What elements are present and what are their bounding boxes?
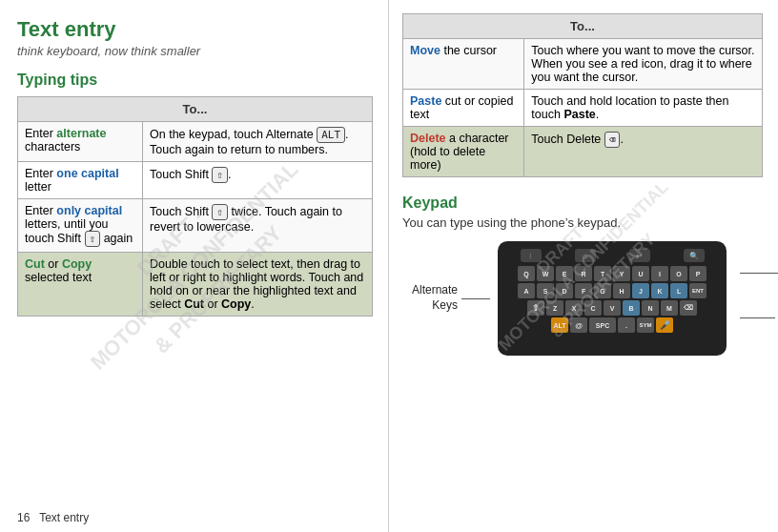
alternate-keys-line: [461, 298, 490, 299]
key-row-4: ALT @ SPC . SYM 🎤: [503, 317, 721, 333]
key-d: D: [556, 283, 573, 298]
desc-cell: Touch where you want to move the cursor.…: [524, 39, 763, 90]
key-shift: ⇧: [527, 300, 544, 316]
highlight-only-capital: only capital: [56, 204, 122, 217]
desc-cell: On the keypad, touch Alternate ALT. Touc…: [143, 122, 373, 162]
key-del: ⌫: [680, 300, 697, 316]
keypad-area: AlternateKeys ⁝ ⌂ ↩ 🔍 Q W: [412, 241, 763, 356]
action-cell: Paste cut or copied text: [403, 90, 524, 127]
key-a: A: [518, 283, 535, 298]
table-row: Enter one capital letter Touch Shift ⇧.: [18, 162, 373, 199]
table-row: Enter alternate characters On the keypad…: [18, 122, 373, 162]
desc-cell: Touch Shift ⇧ twice. Touch again to reve…: [143, 199, 373, 253]
key-o: O: [670, 266, 687, 281]
key-v: V: [604, 300, 621, 316]
key-mic: 🎤: [656, 317, 673, 333]
keypad-top-bar: ⁝ ⌂ ↩ 🔍: [503, 249, 721, 262]
key-period: .: [618, 317, 635, 333]
del-kbd: ⌫: [604, 132, 621, 148]
symbols-label-row: Symbols: [740, 266, 778, 279]
alternate-keys-text: AlternateKeys: [412, 283, 458, 313]
key-row-1: Q W E R T Y U I O P: [503, 266, 721, 281]
shift-kbd3: ⇧: [212, 204, 228, 220]
key-space: SPC: [589, 317, 616, 333]
key-r: R: [575, 266, 592, 281]
bold-paste: Paste: [563, 108, 595, 121]
page-footer: 16 Text entry: [17, 511, 89, 524]
table-row: Paste cut or copied text Touch and hold …: [403, 90, 763, 127]
page-title: Text entry: [17, 17, 373, 42]
key-x: X: [565, 300, 583, 316]
page-container: DRAFT -MOTOROLA CONFIDENTIAL& PROPRIETAR…: [0, 0, 778, 532]
key-p: P: [689, 266, 706, 281]
key-n: N: [642, 300, 659, 316]
bold-copy: Copy: [221, 297, 251, 311]
key-row-2: A S D F G H J K L ENT: [503, 283, 721, 298]
typing-tips-table: To... Enter alternate characters On the …: [17, 96, 373, 317]
keypad-rows: Q W E R T Y U I O P A S: [503, 266, 721, 333]
highlight-delete: Delete: [410, 132, 446, 145]
keypad-right-labels: Symbols Voice Key: [740, 266, 778, 331]
alternate-keys-label-block: AlternateKeys: [412, 283, 490, 313]
desc-cell: Touch Shift ⇧.: [143, 162, 373, 199]
alt-kbd: ALT: [317, 127, 345, 143]
icon-home: ⌂: [575, 249, 596, 262]
table-row: Delete a character (hold to delete more)…: [403, 127, 763, 177]
right-tips-table: To... Move the cursor Touch where you wa…: [402, 13, 763, 177]
voice-key-label-row: Voice Key: [740, 304, 778, 331]
icon-back: ↩: [629, 249, 650, 262]
desc-cell: Touch and hold location to paste then to…: [524, 90, 763, 127]
key-q: Q: [518, 266, 535, 281]
highlight-move: Move: [410, 44, 440, 57]
desc-cell: Touch Delete ⌫.: [524, 127, 763, 177]
right-column: To... Move the cursor Touch where you wa…: [389, 0, 778, 532]
key-e: E: [556, 266, 573, 281]
action-cell: Delete a character (hold to delete more): [403, 127, 524, 177]
highlight-alternate: alternate: [56, 127, 106, 140]
symbols-connector: [740, 273, 778, 274]
key-i: I: [651, 266, 668, 281]
key-enter: ENT: [689, 283, 706, 298]
key-at: @: [570, 317, 587, 333]
voice-key-connector: [740, 317, 775, 318]
highlight-cut: Cut: [25, 257, 45, 271]
keypad-desc: You can type using the phone’s keypad.: [402, 215, 763, 230]
key-alt: ALT: [551, 317, 568, 333]
key-c: C: [584, 300, 602, 316]
right-table-header: To...: [403, 14, 763, 39]
desc-cell: Double touch to select text, then drag t…: [143, 253, 373, 317]
table-row: Move the cursor Touch where you want to …: [403, 39, 763, 90]
action-cell: Enter one capital letter: [18, 162, 143, 199]
keypad-title: Keypad: [402, 194, 763, 212]
key-w: W: [537, 266, 554, 281]
highlight-copy: Copy: [62, 257, 92, 271]
section-title: Typing tips: [17, 72, 373, 89]
key-l: L: [670, 283, 687, 298]
key-row-3: ⇧ Z X C V B N M ⌫: [503, 300, 721, 316]
key-b: B: [623, 300, 640, 316]
icon-grid: ⁝: [521, 249, 542, 262]
highlight-one-capital: one capital: [56, 167, 118, 180]
bold-cut: Cut: [184, 297, 204, 311]
key-g: G: [594, 283, 611, 298]
key-t: T: [594, 266, 611, 281]
page-subtitle: think keyboard, now think smaller: [17, 44, 373, 58]
key-y: Y: [613, 266, 630, 281]
key-h: H: [613, 283, 630, 298]
highlight-paste: Paste: [410, 94, 441, 108]
alternate-keys-label: AlternateKeys: [412, 283, 490, 313]
shift-kbd2: ⇧: [85, 231, 101, 247]
key-sym: SYM: [637, 317, 654, 333]
action-cell: Cut or Copy selected text: [18, 253, 143, 317]
page-number: 16: [17, 511, 30, 524]
key-k: K: [651, 283, 668, 298]
keypad-image: ⁝ ⌂ ↩ 🔍 Q W E R T Y U I: [498, 241, 727, 356]
key-u: U: [632, 266, 649, 281]
key-z: Z: [546, 300, 563, 316]
table-row: Cut or Copy selected text Double touch t…: [18, 253, 373, 317]
key-m: M: [661, 300, 678, 316]
footer-label: Text entry: [39, 511, 89, 524]
action-cell: Enter alternate characters: [18, 122, 143, 162]
table-header: To...: [18, 97, 373, 122]
key-s: S: [537, 283, 554, 298]
